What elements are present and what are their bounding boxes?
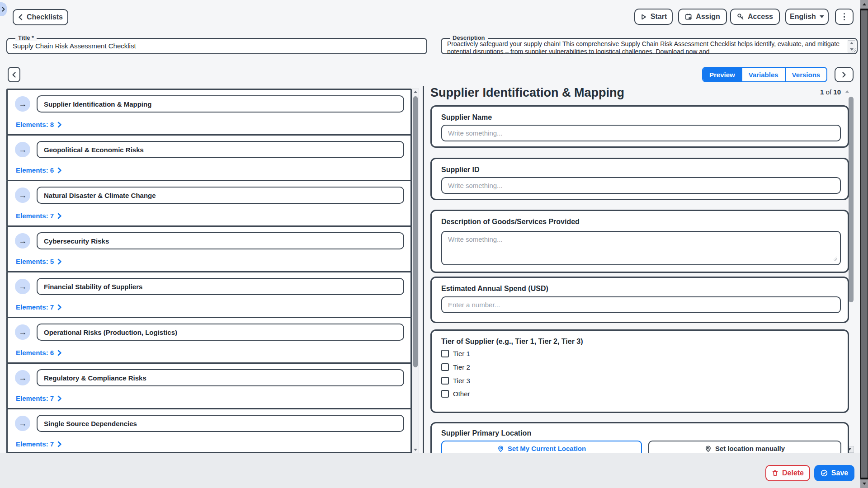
section-card: → Elements: 6 [6, 134, 412, 181]
chevron-right-icon [57, 304, 62, 310]
more-options-button[interactable] [835, 9, 854, 25]
scrollbar-thumb[interactable] [849, 97, 854, 302]
section-title-input[interactable] [37, 141, 404, 158]
main-scrollbar[interactable] [860, 0, 868, 488]
title-input[interactable]: Supply Chain Risk Assessment Checklist [13, 39, 422, 53]
delete-button[interactable]: Delete [765, 465, 810, 481]
field-card-supplier-id: Supplier ID [430, 158, 849, 200]
section-elements-link[interactable]: Elements: 7 [16, 394, 62, 402]
set-location-manually-button[interactable]: Set location manually [648, 441, 841, 453]
sections-scrollbar[interactable] [412, 89, 419, 453]
scroll-up-icon [850, 42, 854, 44]
set-current-location-button[interactable]: Set My Current Location [441, 441, 642, 453]
prev-panel-button[interactable] [8, 67, 20, 82]
section-elements-link[interactable]: Elements: 5 [16, 258, 62, 265]
section-title-input[interactable] [37, 232, 404, 249]
scroll-up-icon[interactable] [845, 90, 849, 93]
scrollbar-thumb[interactable] [413, 96, 418, 367]
section-title-input[interactable] [37, 369, 404, 386]
checkbox-option: Other [441, 390, 470, 398]
sidebar-expand-tab[interactable] [0, 2, 7, 16]
field-card-description-goods: Description of Goods/Services Provided [430, 210, 849, 273]
preview-tabs: Preview Variables Versions [702, 67, 827, 82]
section-title-input[interactable] [37, 324, 404, 341]
elements-count-label: Elements: 6 [16, 166, 54, 174]
section-title-input[interactable] [37, 187, 404, 204]
arrow-right-icon: → [19, 328, 27, 337]
checkbox-tier-1[interactable] [441, 350, 449, 357]
elements-count-label: Elements: 5 [16, 258, 54, 265]
section-elements-link[interactable]: Elements: 6 [16, 166, 62, 174]
elements-count-label: Elements: 7 [16, 440, 54, 448]
open-section-button[interactable]: → [15, 370, 30, 385]
elements-count-label: Elements: 7 [16, 394, 54, 402]
scroll-up-icon[interactable] [414, 91, 417, 93]
access-button[interactable]: Access [730, 9, 780, 25]
open-section-button[interactable]: → [15, 324, 30, 340]
tab-preview[interactable]: Preview [703, 68, 741, 81]
checkbox-label: Tier 2 [453, 363, 470, 371]
access-button-label: Access [748, 13, 773, 21]
section-elements-link[interactable]: Elements: 6 [16, 349, 62, 357]
chevron-right-icon [57, 122, 62, 128]
section-elements-link[interactable]: Elements: 7 [16, 212, 62, 220]
annual-spend-input[interactable] [441, 296, 841, 313]
open-section-button[interactable]: → [15, 96, 30, 112]
scroll-down-icon [850, 48, 854, 51]
start-button[interactable]: Start [634, 9, 673, 25]
key-icon [737, 13, 744, 20]
checkbox-other[interactable] [441, 390, 449, 398]
check-circle-icon [821, 469, 828, 477]
chevron-right-icon [57, 258, 62, 265]
section-elements-link[interactable]: Elements: 8 [16, 121, 62, 128]
scroll-down-button[interactable] [860, 479, 868, 488]
chevron-left-icon [12, 72, 16, 78]
chevron-left-icon [18, 14, 23, 20]
checklist-editor-screen: Checklists Start Assign Access Eng [0, 0, 868, 488]
supplier-id-input[interactable] [441, 177, 841, 194]
back-to-checklists-button[interactable]: Checklists [13, 9, 68, 25]
arrow-right-icon: → [19, 419, 27, 428]
checkbox-tier-2[interactable] [441, 363, 449, 371]
delete-button-label: Delete [782, 469, 804, 477]
elements-count-label: Elements: 7 [16, 212, 54, 220]
scrollbar-thumb[interactable] [861, 10, 868, 478]
scroll-down-icon[interactable] [414, 449, 417, 451]
section-title-input[interactable] [37, 415, 404, 432]
elements-count-label: Elements: 7 [16, 303, 54, 311]
description-textarea[interactable]: Proactively safeguard your supply chain!… [447, 40, 844, 54]
tab-versions[interactable]: Versions [785, 68, 827, 81]
checkbox-label: Tier 3 [453, 377, 470, 385]
field-card-primary-location: Supplier Primary Location Set My Current… [430, 422, 849, 453]
open-section-button[interactable]: → [15, 233, 30, 249]
section-elements-link[interactable]: Elements: 7 [16, 440, 62, 448]
section-title-input[interactable] [37, 278, 404, 295]
chevron-right-icon [842, 72, 846, 78]
play-icon [640, 14, 647, 20]
arrow-right-icon: → [19, 282, 27, 291]
section-elements-link[interactable]: Elements: 7 [16, 303, 62, 311]
goods-description-textarea[interactable] [441, 231, 841, 265]
checkbox-label: Other [453, 390, 470, 398]
chevron-right-icon [57, 395, 62, 402]
tab-variables[interactable]: Variables [741, 68, 785, 81]
supplier-name-input[interactable] [441, 125, 841, 141]
scroll-up-button[interactable] [860, 0, 868, 9]
save-button[interactable]: Save [814, 465, 854, 481]
assign-button[interactable]: Assign [678, 9, 727, 25]
checkbox-tier-3[interactable] [441, 377, 449, 385]
open-section-button[interactable]: → [15, 188, 30, 203]
section-title-input[interactable] [37, 95, 404, 113]
elements-count-label: Elements: 6 [16, 349, 54, 357]
scroll-down-icon [863, 483, 866, 485]
language-dropdown[interactable]: English [785, 9, 829, 25]
preview-section-title: Supplier Identification & Mapping [430, 86, 624, 100]
open-section-button[interactable]: → [15, 279, 30, 294]
open-section-button[interactable]: → [15, 142, 30, 157]
next-panel-button[interactable] [835, 67, 854, 82]
section-card: → Elements: 5 [6, 225, 412, 272]
open-section-button[interactable]: → [15, 416, 30, 431]
chevron-right-icon [57, 441, 62, 447]
arrow-right-icon: → [19, 236, 27, 246]
checkbox-option: Tier 2 [441, 363, 470, 371]
